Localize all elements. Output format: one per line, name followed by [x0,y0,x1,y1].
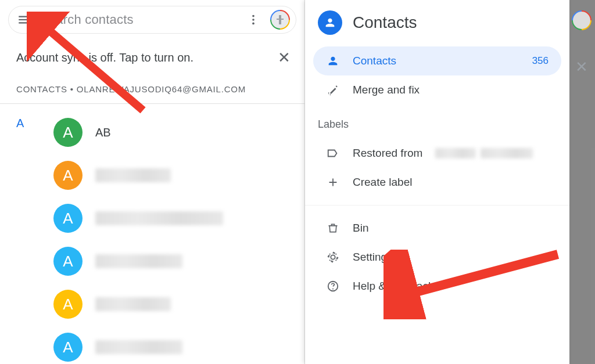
sync-banner-text: Account sync is off. Tap to turn on. [16,51,193,64]
nav-item-settings[interactable]: Settings [313,243,561,272]
nav-item-help-feedback[interactable]: Help & feedback [313,272,561,301]
account-avatar [572,10,592,30]
contact-row[interactable]: A [0,240,304,283]
account-avatar[interactable] [270,10,290,30]
nav-item-label: Settings [353,251,393,264]
help-icon [326,280,340,293]
gear-icon [326,251,340,264]
label-name-redacted [435,148,533,158]
svg-rect-4 [277,19,284,20]
contact-row[interactable]: A AB [0,111,304,154]
contact-avatar: A [53,161,83,190]
nav-item-label-restored[interactable]: Restored from [313,139,561,168]
contact-row[interactable]: A [0,326,304,364]
nav-item-label: Create label [353,176,412,189]
contact-avatar: A [53,333,83,362]
contact-avatar: A [53,118,83,147]
nav-item-bin[interactable]: Bin [313,214,561,243]
searchbar-container: Search contacts [0,0,304,38]
contact-name-redacted [95,340,182,354]
nav-item-merge-fix[interactable]: Merge and fix [313,75,561,104]
label-icon [326,147,340,160]
hamburger-menu-icon[interactable] [17,12,32,27]
person-icon [326,55,340,67]
sync-banner[interactable]: Account sync is off. Tap to turn on. ✕ [0,38,304,70]
svg-point-2 [252,23,255,25]
contact-row[interactable]: A [0,154,304,197]
svg-point-1 [252,19,255,21]
nav-item-label: Merge and fix [353,84,420,96]
contacts-main-panel: Search contacts Account sync is off. Tap… [0,0,305,364]
contact-row[interactable]: A [0,197,304,240]
nav-item-contacts[interactable]: Contacts 356 [313,46,561,75]
svg-point-0 [252,15,255,17]
labels-section-header: Labels [305,108,569,135]
contacts-list: A A AB A A A A A [0,104,304,364]
nav-item-label: Bin [353,222,368,235]
nav-item-label: Restored from [353,147,422,160]
contact-name: AB [95,126,111,139]
searchbar: Search contacts [8,6,296,34]
plus-icon [326,176,340,189]
contact-avatar: A [53,204,83,233]
contacts-count: 356 [532,55,549,67]
navigation-drawer: Contacts Contacts 356 Merge and fix Labe… [305,0,569,364]
trash-icon [326,222,340,234]
nav-item-create-label[interactable]: Create label [313,168,561,197]
contact-avatar: A [53,247,83,276]
section-letter: A [16,117,24,130]
contact-row[interactable]: A [0,283,304,326]
contact-name-redacted [95,297,171,311]
nav-item-label: Help & feedback [353,280,433,293]
contact-name-redacted [95,254,182,268]
contact-avatar: A [53,290,83,319]
wand-icon [326,84,340,96]
close-icon: ✕ [575,58,588,76]
divider [305,205,569,206]
drawer-header: Contacts [305,0,569,43]
contact-name-redacted [95,211,223,225]
nav-item-label: Contacts [353,55,396,67]
drawer-title: Contacts [353,13,417,32]
close-icon[interactable]: ✕ [274,49,294,67]
scrim-background[interactable]: ✕ [569,0,595,364]
contact-name-redacted [95,168,171,182]
contacts-logo-icon [318,10,342,35]
account-info-line: CONTACTS • OLANREWAJUSODIQ64@GMAIL.COM [0,70,304,104]
more-options-icon[interactable] [245,13,262,26]
search-input[interactable]: Search contacts [40,12,236,27]
